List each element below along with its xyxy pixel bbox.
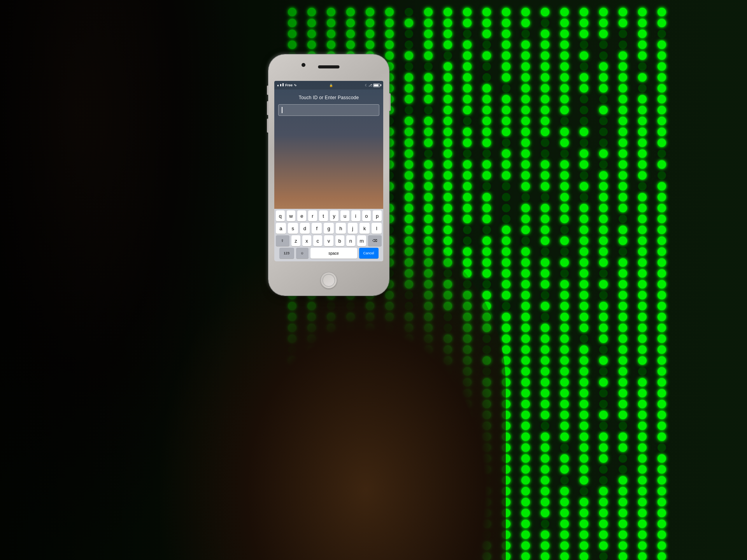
keyboard-row-3: ⇧ z x c v b n m ⌫	[274, 234, 383, 246]
passcode-input-field[interactable]	[278, 104, 379, 116]
key-r[interactable]: r	[308, 210, 317, 221]
key-p[interactable]: p	[373, 210, 382, 221]
key-b[interactable]: b	[335, 235, 344, 246]
emoji-key[interactable]: ☺	[296, 248, 309, 259]
key-w[interactable]: w	[287, 210, 296, 221]
do-not-disturb-icon: ☾	[365, 84, 368, 87]
status-bar: Free ∿ 🔒 ☾ ⎇	[274, 81, 383, 89]
keyboard-row-4: 123 ☺ space Cancel	[274, 246, 383, 260]
bluetooth-icon: ⎇	[368, 84, 372, 87]
shift-key[interactable]: ⇧	[276, 235, 289, 246]
mute-button[interactable]	[267, 86, 268, 95]
lock-icon: 🔒	[329, 84, 333, 87]
key-f[interactable]: f	[312, 223, 322, 234]
key-n[interactable]: n	[346, 235, 355, 246]
key-q[interactable]: q	[276, 210, 285, 221]
key-e[interactable]: e	[297, 210, 306, 221]
earpiece	[318, 65, 340, 68]
key-c[interactable]: c	[313, 235, 322, 246]
volume-down-button[interactable]	[267, 119, 268, 133]
power-button[interactable]	[389, 93, 391, 111]
keyboard: q w e r t y u i o p a s	[274, 209, 383, 261]
lock-screen-content: Touch ID or Enter Passcode Emergency q w…	[274, 89, 383, 261]
key-i[interactable]: i	[351, 210, 360, 221]
iphone-body: Free ∿ 🔒 ☾ ⎇ Touch ID or Enter Passcode	[268, 54, 389, 296]
status-center: 🔒	[329, 84, 333, 87]
key-s[interactable]: s	[288, 223, 298, 234]
iphone-screen: Free ∿ 🔒 ☾ ⎇ Touch ID or Enter Passcode	[274, 81, 383, 261]
numbers-key[interactable]: 123	[279, 248, 294, 259]
key-d[interactable]: d	[300, 223, 310, 234]
cancel-key[interactable]: Cancel	[359, 248, 379, 259]
front-camera	[302, 63, 305, 67]
text-cursor	[282, 107, 282, 113]
key-x[interactable]: x	[302, 235, 311, 246]
battery-fill	[374, 84, 379, 86]
key-k[interactable]: k	[359, 223, 370, 234]
status-left: Free ∿	[277, 83, 297, 87]
home-button-inner	[323, 274, 335, 287]
wifi-icon: ∿	[294, 83, 297, 87]
home-button[interactable]	[321, 272, 337, 289]
key-y[interactable]: y	[330, 210, 339, 221]
key-u[interactable]: u	[340, 210, 349, 221]
delete-key[interactable]: ⌫	[368, 235, 382, 246]
carrier-name: Free	[285, 83, 293, 87]
volume-up-button[interactable]	[267, 101, 268, 115]
status-right: ☾ ⎇	[365, 84, 380, 87]
battery-icon	[373, 84, 380, 87]
iphone-device: Free ∿ 🔒 ☾ ⎇ Touch ID or Enter Passcode	[268, 54, 389, 296]
key-m[interactable]: m	[357, 235, 366, 246]
key-t[interactable]: t	[319, 210, 328, 221]
key-v[interactable]: v	[324, 235, 333, 246]
key-o[interactable]: o	[362, 210, 371, 221]
lock-screen-title: Touch ID or Enter Passcode	[299, 95, 359, 100]
space-key[interactable]: space	[310, 248, 357, 259]
keyboard-row-2: a s d f g h j k l	[274, 221, 383, 234]
key-l[interactable]: l	[372, 223, 382, 234]
key-a[interactable]: a	[276, 223, 286, 234]
key-h[interactable]: h	[336, 223, 346, 234]
signal-bars	[277, 83, 284, 87]
key-g[interactable]: g	[324, 223, 334, 234]
key-j[interactable]: j	[348, 223, 358, 234]
keyboard-row-1: q w e r t y u i o p	[274, 209, 383, 221]
key-z[interactable]: z	[291, 235, 300, 246]
